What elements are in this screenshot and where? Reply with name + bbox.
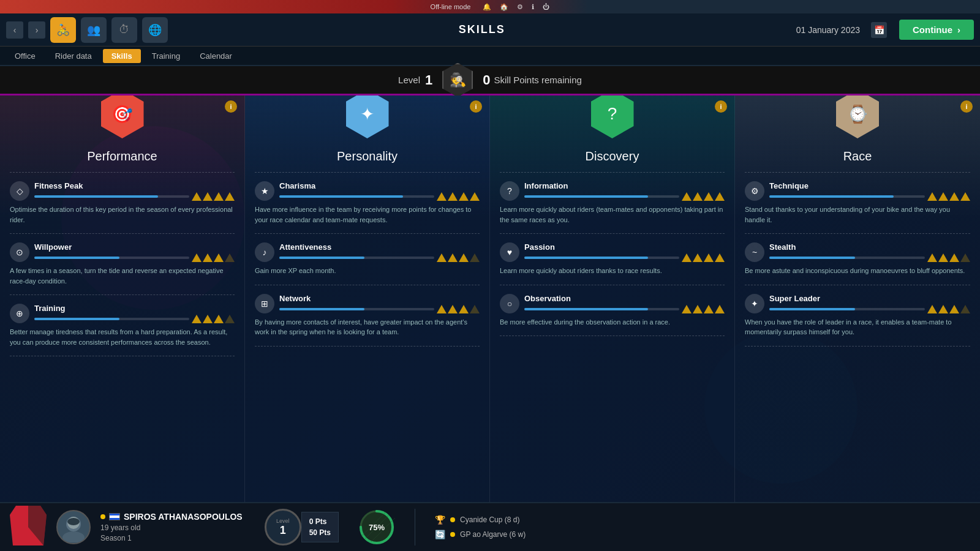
tri-4 [225,315,235,323]
performance-header: 🎯 i Performance [0,96,244,170]
technique-stars [927,192,970,201]
nav-bar: ‹ › 🚴 👥 ⏱ 🌐 SKILLS 01 January 2023 📅 Con… [0,13,980,47]
skill-willpower: ⊙ Willpower [0,236,244,292]
information-stars [682,192,725,201]
passion-stars [682,253,725,262]
rider-jersey [10,506,47,549]
attentiveness-stars [437,253,480,262]
technique-desc: Stand out thanks to your understanding o… [745,204,970,225]
svg-point-3 [62,531,85,542]
skill-fitness-peak: ◇ Fitness Peak [0,175,244,231]
subnav-skills[interactable]: Skills [103,49,141,63]
column-performance: 🎯 i Performance ◇ Fitness Peak [0,96,245,502]
stealth-name: Stealth [769,242,970,252]
discovery-info-btn[interactable]: i [715,100,727,113]
observation-icon: ○ [500,294,519,313]
network-name: Network [279,294,480,303]
tri-2 [203,315,213,323]
stealth-stars [927,253,970,262]
network-stars [437,305,480,313]
sub-nav: Office Rider data Skills Training Calend… [0,47,980,66]
performance-info-btn[interactable]: i [225,100,237,113]
discovery-hex: ? [591,96,634,138]
power-icon[interactable]: ⏻ [543,3,549,10]
system-icons: 🔔 🏠 ⚙ ℹ ⏻ [483,3,549,11]
attentiveness-name: Attentiveness [279,242,480,252]
divider [10,294,235,295]
stealth-desc: Be more astute and inconspicuous during … [745,266,970,276]
information-name: Information [524,181,725,190]
charisma-desc: Have more influence in the team by recei… [255,204,480,225]
back-button[interactable]: ‹ [6,21,23,39]
charisma-stars [437,192,480,201]
willpower-desc: A few times in a season, turn the tide a… [10,266,235,286]
divider [500,233,725,234]
super-leader-icon: ✦ [745,294,764,313]
calendar-icon[interactable]: 📅 [871,22,887,38]
forward-button[interactable]: › [28,21,45,39]
skill-stealth: ~ Stealth [735,236,980,282]
personality-info-btn[interactable]: i [470,100,482,113]
passion-icon: ♥ [500,242,519,262]
race-row-1: 🏆 Cyanide Cup (8 d) [435,515,526,525]
skill-training: ⊕ Training [0,298,244,353]
personality-header: ✦ i Personality [245,96,489,170]
race-dot-2 [450,532,455,537]
passion-desc: Learn more quickly about riders thanks t… [500,266,725,276]
info-icon[interactable]: ℹ [532,3,534,11]
network-desc: By having more contacts of interest, hav… [255,317,480,337]
current-pts: 0 Pts [309,517,331,526]
skill-technique: ⚙ Technique [735,175,980,231]
nav-rider-icon[interactable]: 🚴 [50,17,76,43]
mode-text: Off-line mode [431,3,471,10]
subnav-training[interactable]: Training [143,49,189,63]
player-avatar: 🕵 [442,63,473,97]
training-icon: ⊕ [10,304,29,323]
tri-4 [225,192,235,201]
race-trophy-icon: 🏆 [435,515,445,525]
nav-group-icon[interactable]: 👥 [81,17,107,43]
observation-desc: Be more effective during the observation… [500,317,725,328]
home-icon[interactable]: 🏠 [500,3,508,11]
nav-time-icon[interactable]: ⏱ [111,17,137,43]
nav-globe-icon[interactable]: 🌐 [142,17,168,43]
continue-arrow-icon: › [957,24,960,35]
divider [10,356,235,356]
main-content: 🎯 i Performance ◇ Fitness Peak [0,96,980,502]
progress-pct: 75% [369,523,385,532]
continue-button[interactable]: Continue › [899,20,974,40]
divider [255,172,480,173]
subnav-office[interactable]: Office [6,49,44,63]
divider [500,335,725,336]
divider [500,172,725,173]
super-leader-desc: When you have the role of leader in a ra… [745,317,970,337]
settings-icon[interactable]: ⚙ [517,3,523,11]
fitness-peak-desc: Optimise the duration of this key period… [10,204,235,225]
divider [745,172,970,173]
page-title: SKILLS [173,23,791,36]
technique-icon: ⚙ [745,181,764,201]
information-icon: ? [500,181,519,201]
skill-passion: ♥ Passion [490,236,734,282]
rider-flag [109,513,120,520]
rider-age: 19 years old [100,523,243,532]
observation-stars [682,305,725,313]
attentiveness-icon: ♪ [255,242,274,262]
rider-season: Season 1 [100,534,243,542]
rider-info: SPIROS ATHANASOPOULOS 19 years old Seaso… [100,512,243,542]
notification-icon[interactable]: 🔔 [483,3,491,11]
personality-title: Personality [337,149,398,163]
race-row-2: 🔄 GP ao Algarve (6 w) [435,530,526,539]
rider-status-dot [100,514,105,519]
performance-hex: 🎯 [101,96,144,138]
race-info-btn[interactable]: i [960,100,973,113]
attentiveness-desc: Gain more XP each month. [255,266,480,276]
training-name: Training [34,304,235,313]
skill-points: 0 Skill Points remaining [483,72,582,88]
super-leader-name: Super Leader [769,294,970,303]
willpower-stars [192,253,235,262]
subnav-calendar[interactable]: Calendar [191,49,241,63]
tri-1 [192,253,202,262]
subnav-rider-data[interactable]: Rider data [47,49,100,63]
fitness-peak-stars [192,192,235,201]
